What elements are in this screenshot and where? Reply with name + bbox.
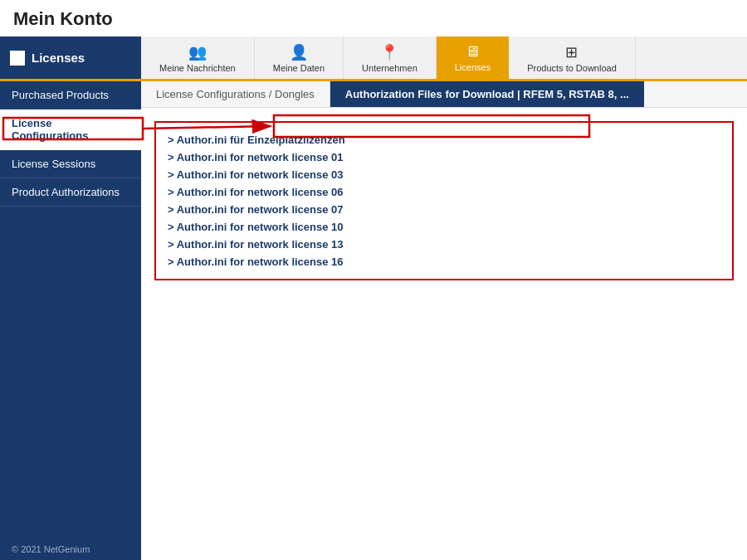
breadcrumb-license-config[interactable]: License Configurations / Dongles <box>141 81 330 107</box>
licenses-icon: 🖥 <box>465 43 480 61</box>
nachrichten-icon: 👥 <box>188 43 207 61</box>
unternehmen-label: Unternehmen <box>362 63 417 73</box>
sidebar-item-license-sessions[interactable]: License Sessions <box>0 150 141 178</box>
sidebar: Purchased Products License Configuration… <box>0 81 141 560</box>
nav-items: 👥 Meine Nachrichten 👤 Meine Daten 📍 Unte… <box>141 37 747 79</box>
download-link-net13[interactable]: > Author.ini for network license 13 <box>168 236 720 253</box>
download-link-einzelplatz[interactable]: > Author.ini für Einzelplatzlizenzen <box>168 131 720 149</box>
nav-item-daten[interactable]: 👤 Meine Daten <box>255 37 344 79</box>
download-link-net06[interactable]: > Author.ini for network license 06 <box>168 183 720 201</box>
daten-icon: 👤 <box>290 43 308 61</box>
unternehmen-icon: 📍 <box>380 43 398 61</box>
nav-item-nachrichten[interactable]: 👥 Meine Nachrichten <box>141 37 255 79</box>
nav-item-products[interactable]: ⊞ Products to Download <box>509 37 636 79</box>
download-link-net03[interactable]: > Author.ini for network license 03 <box>168 166 720 183</box>
products-label: Products to Download <box>527 63 617 73</box>
content-area: License Configurations / Dongles Authori… <box>141 81 747 560</box>
nav-item-unternehmen[interactable]: 📍 Unternehmen <box>344 37 437 79</box>
download-link-net01[interactable]: > Author.ini for network license 01 <box>168 149 720 166</box>
nav-item-licenses[interactable]: 🖥 Licenses <box>437 37 509 79</box>
products-icon: ⊞ <box>565 43 578 61</box>
brand-icon <box>10 51 25 66</box>
breadcrumb-bar: License Configurations / Dongles Authori… <box>141 81 747 108</box>
sidebar-item-product-auth[interactable]: Product Authorizations <box>0 178 141 207</box>
top-nav: Licenses 👥 Meine Nachrichten 👤 Meine Dat… <box>0 37 747 81</box>
download-links-box: > Author.ini für Einzelplatzlizenzen > A… <box>154 121 734 280</box>
page-title: Mein Konto <box>0 0 747 37</box>
download-link-net07[interactable]: > Author.ini for network license 07 <box>168 201 720 218</box>
breadcrumb-auth-files: Authorization Files for Download | RFEM … <box>330 81 644 107</box>
download-link-net10[interactable]: > Author.ini for network license 10 <box>168 218 720 236</box>
sidebar-item-purchased[interactable]: Purchased Products <box>0 81 141 110</box>
sidebar-item-license-config[interactable]: License Configurations <box>0 110 141 150</box>
main-layout: Purchased Products License Configuration… <box>0 81 747 560</box>
nav-brand: Licenses <box>0 37 141 79</box>
brand-label: Licenses <box>32 51 85 65</box>
download-link-net16[interactable]: > Author.ini for network license 16 <box>168 253 720 270</box>
nachrichten-label: Meine Nachrichten <box>159 63 236 73</box>
sidebar-footer: © 2021 NetGenium <box>0 536 141 560</box>
daten-label: Meine Daten <box>273 63 325 73</box>
page-wrapper: Mein Konto Licenses 👥 Meine Nachrichten … <box>0 0 747 560</box>
licenses-label: Licenses <box>455 62 491 72</box>
